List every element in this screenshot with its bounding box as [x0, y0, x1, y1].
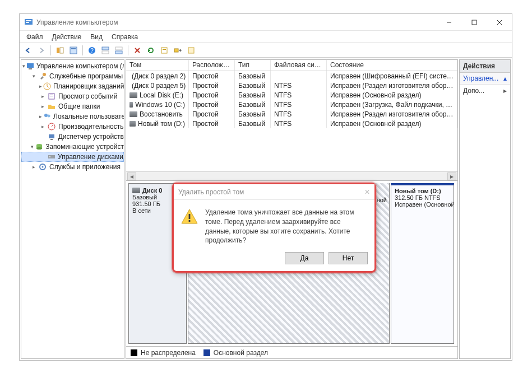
volume-row[interactable]: Новый том (D:)ПростойБазовыйNTFSИсправен… [126, 119, 457, 128]
drive-icon [129, 121, 136, 127]
tree-label: Управление дисками [58, 153, 123, 161]
drive-icon [129, 111, 137, 117]
tree-device-manager[interactable]: ▸ Диспетчер устройств [21, 132, 124, 142]
expand-icon[interactable]: ▸ [39, 103, 46, 110]
minimize-button[interactable] [436, 14, 461, 30]
extend-button[interactable] [172, 44, 184, 57]
tree-storage[interactable]: ▾ Запоминающие устройст [21, 142, 124, 152]
svg-point-31 [48, 115, 50, 118]
partition-name: Новый том (D:) [395, 188, 450, 194]
horizontal-scrollbar[interactable]: ◂ ▸ [126, 171, 457, 180]
svg-rect-33 [49, 134, 54, 138]
window-controls [436, 14, 512, 30]
log-icon [47, 92, 56, 101]
format-button[interactable] [158, 44, 170, 57]
collapse-icon[interactable]: ▾ [30, 143, 34, 150]
volume-row[interactable]: ВосстановитьПростойБазовыйNTFSИсправен (… [126, 109, 457, 119]
app-icon [24, 18, 33, 27]
perf-icon [47, 122, 56, 131]
partition-new-volume[interactable]: Новый том (D:) 312.50 ГБ NTFS Исправен (… [391, 183, 454, 344]
drive-icon [132, 188, 140, 193]
tree-services-apps[interactable]: ▸ Службы и приложения [21, 162, 124, 172]
actions-context-label: Управлен... [463, 74, 498, 82]
dialog-close-icon[interactable]: ✕ [364, 188, 370, 196]
svg-rect-21 [174, 49, 178, 52]
expand-icon[interactable]: ▸ [39, 123, 46, 130]
svg-rect-14 [102, 51, 109, 54]
toolbar-separator [82, 45, 83, 55]
collapse-icon[interactable]: ▾ [30, 73, 37, 80]
expand-icon[interactable]: ▸ [39, 83, 42, 90]
menu-action[interactable]: Действие [48, 32, 86, 42]
actions-context-header[interactable]: Управлен... ▴ [460, 73, 510, 85]
actions-more-label: Допо... [463, 87, 484, 95]
svg-point-37 [36, 147, 42, 150]
column-filesystem[interactable]: Файловая система [271, 60, 327, 71]
toolbar-separator [50, 45, 51, 55]
tree-system-tools[interactable]: ▾ Служебные программы [21, 71, 124, 81]
volume-fs: NTFS [271, 109, 327, 119]
nav-forward-button[interactable] [35, 44, 48, 57]
tree-task-scheduler[interactable]: ▸ Планировщик заданий [21, 81, 124, 91]
tree-label: Управление компьютером (л [36, 62, 124, 70]
column-volume[interactable]: Том [126, 60, 189, 71]
volume-row[interactable]: (Диск 0 раздел 5)ПростойБазовыйNTFSИспра… [126, 81, 457, 90]
tree-local-users[interactable]: ▸ Локальные пользовате [21, 111, 124, 122]
legend-unallocated: Не распределена [131, 349, 196, 357]
actions-more[interactable]: Допо... ▸ [460, 85, 510, 97]
tree-performance[interactable]: ▸ Производительность [21, 122, 124, 132]
titlebar: Управление компьютером [20, 14, 512, 31]
tree-shared-folders[interactable]: ▸ Общие папки [21, 101, 124, 111]
view-bottom-button[interactable] [113, 44, 125, 57]
toolbar-separator [128, 45, 128, 55]
show-hide-tree-button[interactable] [54, 44, 66, 57]
tree-label: Просмотр событий [58, 92, 117, 100]
help-button[interactable]: ? [86, 44, 98, 57]
expand-icon[interactable]: ▸ [39, 113, 42, 120]
menu-view[interactable]: Вид [86, 32, 107, 42]
chevron-right-icon: ▸ [503, 87, 507, 95]
volume-name: Windows 10 (C:) [135, 101, 185, 109]
menu-file[interactable]: Файл [22, 32, 48, 42]
scroll-left-icon[interactable]: ◂ [127, 172, 136, 180]
volume-type: Базовый [235, 100, 271, 109]
dialog-no-button[interactable]: Нет [329, 252, 368, 264]
volume-status: Исправен (Загрузка, Файл подкачки, Авари… [327, 100, 457, 109]
expand-icon[interactable]: ▸ [30, 164, 37, 170]
nav-back-button[interactable] [22, 44, 34, 57]
svg-point-25 [43, 73, 46, 76]
tree-event-viewer[interactable]: ▸ Просмотр событий [21, 91, 124, 101]
swatch-unallocated-icon [131, 349, 137, 356]
volume-type: Базовый [235, 81, 271, 90]
close-button[interactable] [487, 14, 512, 30]
tree-disk-management[interactable]: ▸ Управление дисками [21, 152, 124, 162]
volume-list: Том Расположение Тип Файловая система Со… [126, 60, 457, 180]
view-top-button[interactable] [99, 44, 112, 57]
tree-label: Служебные программы [49, 72, 123, 80]
properties-button[interactable] [67, 44, 80, 57]
volume-fs: NTFS [271, 119, 327, 128]
expand-icon[interactable]: ▸ [39, 93, 46, 100]
maximize-button[interactable] [461, 14, 487, 30]
delete-button[interactable] [131, 44, 144, 57]
collapse-icon[interactable]: ▾ [22, 63, 25, 69]
shrink-button[interactable] [185, 44, 197, 57]
column-type[interactable]: Тип [235, 60, 271, 71]
volume-layout: Простой [189, 71, 235, 81]
volume-status: Исправен (Раздел изготовителя оборудован… [327, 109, 457, 119]
swatch-primary-icon [203, 349, 210, 356]
column-status[interactable]: Состояние [327, 60, 457, 71]
dialog-yes-button[interactable]: Да [285, 252, 324, 264]
chevron-up-icon: ▴ [503, 74, 507, 82]
volume-row[interactable]: Local Disk (E:)ПростойБазовыйNTFSИсправе… [126, 90, 457, 100]
tree-label: Службы и приложения [49, 163, 121, 171]
tree-root[interactable]: ▾ Управление компьютером (л [21, 61, 124, 71]
svg-rect-24 [29, 68, 32, 69]
menu-help[interactable]: Справка [107, 32, 142, 42]
tree-label: Производительность [58, 123, 123, 130]
scroll-right-icon[interactable]: ▸ [447, 172, 456, 180]
volume-row[interactable]: Windows 10 (C:)ПростойБазовыйNTFSИсправе… [126, 100, 457, 109]
refresh-button[interactable] [145, 44, 157, 57]
volume-row[interactable]: (Диск 0 раздел 2)ПростойБазовыйИсправен … [126, 71, 457, 81]
column-layout[interactable]: Расположение [189, 60, 235, 71]
